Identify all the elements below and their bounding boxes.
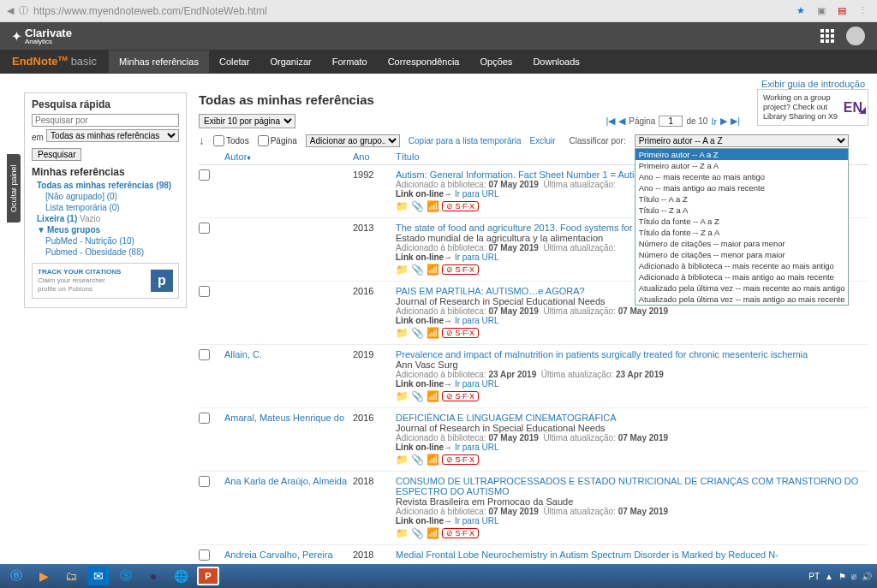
reference-title-link[interactable]: CONSUMO DE ULTRAPROCESSADOS E ESTADO NUT… [396, 476, 868, 496]
row-checkbox[interactable] [199, 286, 210, 297]
menu-icon[interactable]: ⋮ [858, 5, 870, 17]
sort-option[interactable]: Adicionado à biblioteca -- mais recente … [635, 260, 848, 271]
sfx-button[interactable]: ⊘ S·F·X [442, 201, 479, 211]
sidebar-groups-toggle[interactable]: ▼Meus grupos [32, 224, 179, 235]
folder-icon[interactable]: 📁 [396, 327, 409, 339]
sort-option[interactable]: Número de citações -- maior para menor [635, 238, 848, 249]
pager-input[interactable] [659, 116, 683, 127]
chart-icon[interactable]: 📶 [427, 264, 439, 276]
app-icon[interactable]: ● [142, 567, 164, 585]
add-to-group-select[interactable]: Adicionar ao grupo... [306, 134, 400, 147]
sidebar-group-1[interactable]: Pubmed - Obesidade (88) [32, 246, 179, 258]
extension-icon[interactable]: ▣ [817, 5, 829, 17]
avatar[interactable] [846, 27, 865, 45]
search-input[interactable] [32, 114, 179, 127]
sidebar-trash[interactable]: Lixeira (1) Vazio [32, 213, 179, 224]
powerpoint-icon[interactable]: P [197, 567, 219, 585]
select-page-checkbox[interactable] [258, 135, 269, 146]
chart-icon[interactable]: 📶 [427, 327, 439, 339]
media-player-icon[interactable]: ▶ [33, 567, 55, 585]
sort-option[interactable]: Atualizado pela última vez -- mais recen… [635, 282, 848, 294]
go-url-link[interactable]: Ir para URL [455, 379, 499, 389]
author-link[interactable]: Allain, C. [224, 349, 262, 359]
select-all-checkbox[interactable] [213, 135, 224, 146]
go-url-link[interactable]: Ir para URL [455, 516, 499, 526]
sort-option[interactable]: Título -- A a Z [635, 193, 848, 205]
nav-tab-downloads[interactable]: Downloads [522, 50, 589, 73]
sort-option[interactable]: Título da fonte -- Z a A [635, 227, 848, 238]
folder-icon[interactable]: 📁 [396, 264, 409, 276]
pdf-icon[interactable]: ▤ [838, 5, 850, 17]
sort-option[interactable]: Ano -- mais antigo ao mais recente [635, 182, 848, 193]
sort-option[interactable]: Título da fonte -- A a Z [635, 216, 848, 227]
folder-icon[interactable]: 📁 [396, 454, 409, 466]
pager-prev-icon[interactable]: ◀ [618, 116, 625, 127]
nav-tab-coletar[interactable]: Coletar [209, 50, 260, 73]
reference-title-link[interactable]: Prevalence and impact of malnutrition in… [396, 349, 868, 359]
track-citations-box[interactable]: TRACK YOUR CITATIONS Claim your research… [32, 263, 179, 299]
info-icon[interactable]: ⓘ [19, 4, 28, 17]
sort-option[interactable]: Número de citações -- menor para maior [635, 249, 848, 260]
folder-icon[interactable]: 📁 [396, 527, 409, 539]
sort-select[interactable]: Primeiro autor -- A a Z [635, 134, 849, 147]
folder-icon[interactable]: 📁 [396, 200, 409, 212]
chart-icon[interactable]: 📶 [427, 527, 439, 539]
col-header-author[interactable]: Autor♦ [224, 151, 353, 162]
apps-grid-icon[interactable] [820, 29, 834, 43]
go-url-link[interactable]: Ir para URL [455, 316, 499, 325]
row-checkbox[interactable] [199, 349, 210, 360]
pager-next-icon[interactable]: ▶ [720, 116, 727, 127]
sort-option[interactable]: Atualizado pela última vez -- mais antig… [635, 294, 848, 305]
attachment-icon[interactable]: 📎 [411, 327, 424, 339]
copy-temp-link[interactable]: Copiar para a lista temporária [409, 136, 522, 146]
nav-tab-organizar[interactable]: Organizar [260, 50, 321, 73]
tray-sound-icon[interactable]: 🔊 [862, 572, 872, 581]
sidebar-unfiled[interactable]: [Não agrupado] (0) [32, 191, 179, 202]
sort-option[interactable]: Título -- Z a A [635, 205, 848, 216]
per-page-select[interactable]: Exibir 10 por página [199, 114, 295, 128]
language-indicator[interactable]: PT [808, 572, 820, 581]
row-checkbox[interactable] [199, 223, 210, 234]
intro-guide-link[interactable]: Exibir guia de introdução [761, 79, 865, 89]
promo-box[interactable]: Working on a group project? Check out Li… [757, 89, 868, 126]
chart-icon[interactable]: 📶 [427, 454, 439, 466]
tray-network-icon[interactable]: ⎚ [851, 572, 856, 581]
row-checkbox[interactable] [199, 476, 210, 487]
outlook-icon[interactable]: ✉ [87, 567, 110, 585]
tray-up-icon[interactable]: ▲ [825, 572, 833, 581]
delete-link[interactable]: Excluir [530, 136, 556, 146]
attachment-icon[interactable]: 📎 [411, 264, 424, 276]
sort-option[interactable]: Adicionado à biblioteca -- mais antigo a… [635, 271, 848, 282]
author-link[interactable]: Andreia Carvalho, Pereira [224, 549, 333, 560]
go-url-link[interactable]: Ir para URL [455, 252, 499, 262]
pager-go-button[interactable]: Ir [711, 116, 717, 127]
nav-tab-correspondencia[interactable]: Correspondência [378, 50, 470, 73]
reference-title-link[interactable]: DEFICIÊNCIA E LINGUAGEM CINEMATOGRÁFICA [396, 413, 868, 423]
chart-icon[interactable]: 📶 [427, 200, 439, 212]
ie-icon[interactable]: ⓔ [5, 567, 27, 585]
star-icon[interactable]: ★ [796, 5, 808, 17]
hide-panel-tab[interactable]: Ocultar painel [7, 154, 21, 223]
col-header-year[interactable]: Ano [353, 151, 396, 162]
author-link[interactable]: Ana Karla de Araújo, Almeida [224, 476, 347, 486]
go-url-link[interactable]: Ir para URL [455, 442, 499, 452]
sort-direction-icon[interactable]: ↓ [199, 134, 205, 147]
nav-tab-minhas-referencias[interactable]: Minhas referências [109, 50, 209, 73]
sfx-button[interactable]: ⊘ S·F·X [442, 454, 479, 465]
search-scope-select[interactable]: Todas as minhas referências [46, 129, 179, 142]
reference-title-link[interactable]: Medial Frontal Lobe Neurochemistry in Au… [396, 549, 868, 560]
row-checkbox[interactable] [199, 413, 210, 424]
chrome-icon[interactable]: 🌐 [170, 567, 192, 585]
attachment-icon[interactable]: 📎 [411, 527, 424, 539]
sort-option[interactable]: Primeiro autor -- Z a A [635, 160, 848, 171]
attachment-icon[interactable]: 📎 [411, 200, 424, 212]
chart-icon[interactable]: 📶 [427, 390, 439, 402]
row-checkbox[interactable] [199, 169, 210, 181]
row-checkbox[interactable] [199, 549, 210, 561]
sfx-button[interactable]: ⊘ S·F·X [442, 328, 479, 338]
back-icon[interactable]: ◀ [7, 5, 14, 16]
sort-option[interactable]: Ano -- mais recente ao mais antigo [635, 171, 848, 182]
skype-icon[interactable]: Ⓢ [115, 567, 137, 585]
sidebar-all-refs[interactable]: Todas as minhas referências (98) [32, 180, 179, 191]
attachment-icon[interactable]: 📎 [411, 454, 424, 466]
